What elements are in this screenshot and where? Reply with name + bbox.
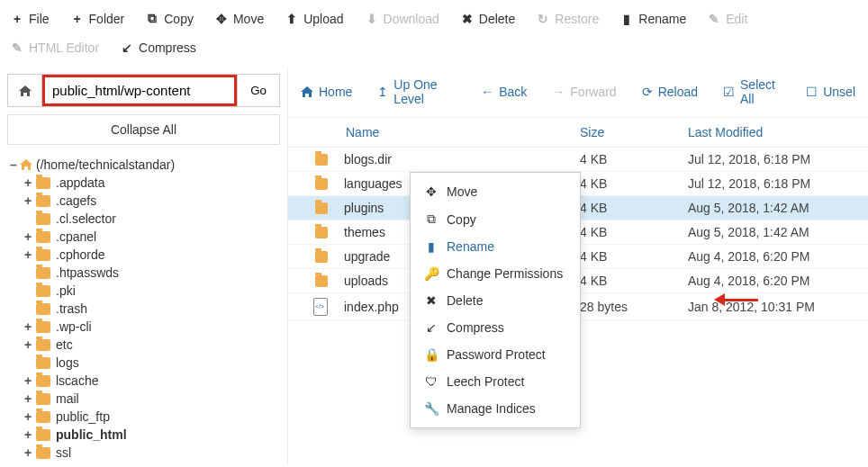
folder-icon xyxy=(36,339,50,351)
tree-item[interactable]: +etc xyxy=(7,336,280,354)
up-icon: ↥ xyxy=(377,85,388,99)
folder-icon xyxy=(315,275,328,287)
ctx-copy[interactable]: ⧉Copy xyxy=(411,205,580,233)
back-button[interactable]: ←Back xyxy=(468,79,539,104)
path-bar: Go xyxy=(7,74,280,107)
folder-icon xyxy=(36,429,50,441)
tree-item[interactable]: .pki xyxy=(7,282,280,300)
compress-button[interactable]: ↙Compress xyxy=(110,33,207,62)
expand-icon[interactable]: + xyxy=(22,391,34,406)
top-toolbar: +File +Folder ⧉Copy ✥Move ⬆Upload ⬇Downl… xyxy=(0,0,868,67)
expand-icon[interactable]: + xyxy=(22,337,34,352)
home-button[interactable] xyxy=(8,75,42,106)
table-header: Name Size Last Modified xyxy=(288,118,868,148)
tree-item[interactable]: +.cagefs xyxy=(7,192,280,210)
collapse-all-button[interactable]: Collapse All xyxy=(7,114,280,145)
tree-item[interactable]: logs xyxy=(7,354,280,372)
file-size: 4 KB xyxy=(580,176,688,191)
ctx-permissions[interactable]: 🔑Change Permissions xyxy=(411,260,580,287)
expand-icon[interactable]: + xyxy=(22,445,34,460)
file-button[interactable]: +File xyxy=(0,4,60,33)
right-panel: Home ↥Up One Level ←Back →Forward ⟳Reloa… xyxy=(288,67,868,465)
col-name-header[interactable]: Name xyxy=(313,125,580,139)
folder-icon xyxy=(36,303,50,315)
ctx-compress[interactable]: ↙Compress xyxy=(411,314,580,341)
ctx-rename[interactable]: ▮Rename xyxy=(411,233,580,260)
forward-button: →Forward xyxy=(539,79,628,104)
tree-item[interactable]: +public_html xyxy=(7,426,280,444)
tree-item-label: mail xyxy=(56,391,79,406)
tree-item[interactable]: +public_ftp xyxy=(7,408,280,426)
folder-button[interactable]: +Folder xyxy=(60,4,136,33)
tree-item[interactable]: .htpasswds xyxy=(7,264,280,282)
move-icon: ✥ xyxy=(215,12,228,26)
tree-item[interactable]: +lscache xyxy=(7,372,280,390)
file-name: blogs.dir xyxy=(344,152,580,166)
expand-icon[interactable]: + xyxy=(22,427,34,442)
col-modified-header[interactable]: Last Modified xyxy=(688,125,868,139)
tree-item[interactable]: +.cphorde xyxy=(7,246,280,264)
tree-item[interactable]: +ssl xyxy=(7,444,280,462)
tree-item-label: logs xyxy=(56,355,79,370)
ctx-indices[interactable]: 🔧Manage Indices xyxy=(411,395,580,422)
up-level-button[interactable]: ↥Up One Level xyxy=(365,72,468,112)
folder-icon xyxy=(315,251,328,263)
go-button[interactable]: Go xyxy=(237,75,279,106)
edit-button: ✎Edit xyxy=(697,4,758,33)
lock-icon: 🔒 xyxy=(423,347,439,362)
ctx-move[interactable]: ✥Move xyxy=(411,178,580,205)
tree-item[interactable]: .trash xyxy=(7,300,280,318)
collapse-icon[interactable]: – xyxy=(7,157,20,172)
expand-icon[interactable]: + xyxy=(22,319,34,334)
tree-item[interactable]: +.wp-cli xyxy=(7,318,280,336)
home-icon xyxy=(301,86,313,97)
expand-icon[interactable]: + xyxy=(22,247,34,262)
nav-home-button[interactable]: Home xyxy=(288,79,365,104)
col-size-header[interactable]: Size xyxy=(580,125,688,139)
directory-tree: – (/home/technicalstandar) +.appdata+.ca… xyxy=(0,152,287,462)
back-label: Back xyxy=(499,85,527,99)
table-row[interactable]: blogs.dir4 KBJul 12, 2018, 6:18 PM xyxy=(288,148,868,172)
delete-button[interactable]: ✖Delete xyxy=(450,4,526,33)
file-modified: Aug 5, 2018, 1:42 AM xyxy=(688,201,868,215)
upload-button[interactable]: ⬆Upload xyxy=(275,4,354,33)
file-modified: Aug 4, 2018, 6:20 PM xyxy=(688,249,868,264)
home-icon xyxy=(18,85,32,97)
ctx-leech[interactable]: 🛡Leech Protect xyxy=(411,368,580,395)
expand-icon[interactable]: + xyxy=(22,409,34,424)
select-all-label: Select All xyxy=(740,77,781,106)
edit-icon: ✎ xyxy=(708,12,720,26)
tree-root[interactable]: – (/home/technicalstandar) xyxy=(7,156,280,174)
ctx-password[interactable]: 🔒Password Protect xyxy=(411,341,580,368)
folder-icon xyxy=(36,285,50,297)
file-modified: Aug 4, 2018, 6:20 PM xyxy=(688,274,868,288)
ctx-delete[interactable]: ✖Delete xyxy=(411,287,580,314)
move-button[interactable]: ✥Move xyxy=(204,4,275,33)
copy-icon: ⧉ xyxy=(146,11,158,26)
html-editor-label: HTML Editor xyxy=(29,40,99,55)
tree-item[interactable]: +.cpanel xyxy=(7,228,280,246)
tree-item[interactable]: +.appdata xyxy=(7,174,280,192)
expand-icon[interactable]: + xyxy=(22,229,34,244)
unselect-button[interactable]: ☐Unsel xyxy=(793,79,868,104)
expand-icon[interactable]: + xyxy=(22,193,34,208)
nav-home-label: Home xyxy=(319,85,352,99)
tree-item[interactable]: +mail xyxy=(7,390,280,408)
file-size: 4 KB xyxy=(580,274,688,288)
rename-icon: ▮ xyxy=(620,12,633,26)
path-input[interactable] xyxy=(42,75,237,106)
delete-icon: ✖ xyxy=(423,293,439,308)
tree-item[interactable]: .cl.selector xyxy=(7,210,280,228)
expand-icon[interactable]: + xyxy=(22,175,34,190)
copy-button[interactable]: ⧉Copy xyxy=(135,4,204,33)
select-all-button[interactable]: ☑Select All xyxy=(710,72,793,112)
action-bar: Home ↥Up One Level ←Back →Forward ⟳Reloa… xyxy=(288,67,868,118)
folder-icon xyxy=(36,393,50,405)
expand-icon[interactable]: + xyxy=(22,373,34,388)
delete-icon: ✖ xyxy=(461,12,474,26)
compress-icon: ↙ xyxy=(423,320,439,335)
folder-label: Folder xyxy=(89,12,125,26)
rename-button[interactable]: ▮Rename xyxy=(610,4,697,33)
folder-icon xyxy=(36,357,50,369)
reload-button[interactable]: ⟳Reload xyxy=(629,79,710,104)
